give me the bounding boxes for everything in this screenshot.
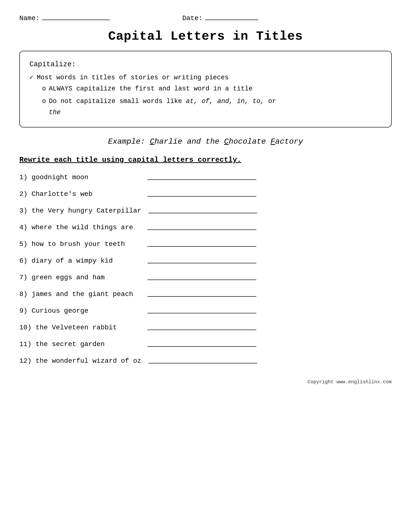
copyright: Copyright www.englishlinx.com [19,379,392,385]
answer-line-2[interactable] [148,196,256,197]
exercise-text-8: 8) james and the giant peach [19,290,140,298]
sub-rules-list: ALWAYS capitalize the first and last wor… [37,83,382,118]
exercise-item-1: 1) goodnight moon [19,174,392,181]
exercise-text-12: 12) the wonderful wizard of oz [19,357,141,365]
rule-1: Most words in titles of stories or writi… [37,72,382,118]
exercise-text-11: 11) the secret garden [19,341,140,348]
rules-list: Most words in titles of stories or writi… [29,72,382,118]
instructions: Rewrite each title using capital letters… [19,156,392,164]
exercise-text-2: 2) Charlotte's web [19,190,140,198]
exercise-item-12: 12) the wonderful wizard of oz [19,357,392,365]
rule-1b-the: the [49,109,61,116]
name-underline[interactable] [42,19,110,20]
exercise-text-1: 1) goodnight moon [19,174,140,181]
exercise-list: 1) goodnight moon 2) Charlotte's web 3) … [19,174,392,365]
exercise-item-3: 3) the Very hungry Caterpillar [19,207,392,215]
exercise-item-5: 5) how to brush your teeth [19,240,392,248]
capitalize-label: Capitalize: [29,58,382,70]
exercise-text-6: 6) diary of a wimpy kid [19,257,140,265]
answer-line-10[interactable] [148,330,256,330]
answer-line-12[interactable] [149,363,257,363]
answer-line-5[interactable] [148,246,256,247]
example-C: C [150,137,154,146]
exercise-text-9: 9) Curious george [19,307,140,315]
name-field: Name: [19,15,110,22]
answer-line-3[interactable] [149,213,257,213]
exercise-item-6: 6) diary of a wimpy kid [19,257,392,265]
example-F: F [271,137,275,146]
exercise-item-2: 2) Charlotte's web [19,190,392,198]
exercise-item-9: 9) Curious george [19,307,392,315]
page-title: Capital Letters in Titles [19,29,392,44]
header-row: Name: Date: [19,15,392,22]
exercise-item-4: 4) where the wild things are [19,224,392,231]
date-underline[interactable] [205,19,258,20]
rule-1b: Do not capitalize small words like at, o… [49,96,382,118]
exercise-text-10: 10) the Velveteen rabbit [19,324,140,331]
exercise-item-11: 11) the secret garden [19,341,392,348]
example-label: Example: [108,137,150,146]
example-C2: C [224,137,229,146]
exercise-text-4: 4) where the wild things are [19,224,140,231]
rule-1a: ALWAYS capitalize the first and last wor… [49,83,382,95]
exercise-text-7: 7) green eggs and ham [19,274,140,281]
date-field: Date: [182,15,258,22]
answer-line-7[interactable] [148,280,256,280]
rule-1b-italics: at, of, and, in, to, [186,98,264,105]
exercise-item-10: 10) the Velveteen rabbit [19,324,392,331]
answer-line-4[interactable] [148,229,256,230]
answer-line-8[interactable] [148,296,256,297]
rules-box: Capitalize: Most words in titles of stor… [19,51,392,127]
answer-line-9[interactable] [148,313,256,314]
name-label: Name: [19,15,40,22]
exercise-text-3: 3) the Very hungry Caterpillar [19,207,141,215]
exercise-text-5: 5) how to brush your teeth [19,240,140,248]
answer-line-6[interactable] [148,263,256,263]
exercise-item-7: 7) green eggs and ham [19,274,392,281]
answer-line-1[interactable] [148,180,256,180]
exercise-item-8: 8) james and the giant peach [19,290,392,298]
date-label: Date: [182,15,203,22]
example-line: Example: Charlie and the Chocolate Facto… [19,137,392,146]
answer-line-11[interactable] [148,346,256,347]
